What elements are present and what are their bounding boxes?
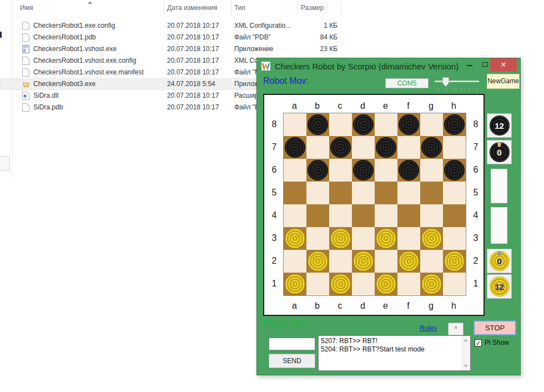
- slider-thumb[interactable]: [442, 77, 449, 87]
- square-b7[interactable]: [306, 136, 329, 159]
- square-h6[interactable]: [443, 159, 466, 182]
- square-a5[interactable]: [284, 182, 306, 204]
- column-divider[interactable]: [341, 1, 341, 14]
- square-b8[interactable]: [306, 113, 329, 136]
- square-c6[interactable]: [329, 159, 352, 182]
- checker-piece-black[interactable]: [353, 114, 374, 135]
- square-g8[interactable]: [420, 113, 443, 136]
- square-a2[interactable]: [284, 250, 306, 273]
- checker-piece-black[interactable]: [285, 137, 305, 158]
- checker-piece-yellow[interactable]: [421, 228, 442, 249]
- file-row[interactable]: CheckersRobot1.exe.config20.07.2018 10:1…: [0, 20, 339, 32]
- checker-piece-yellow[interactable]: [376, 274, 396, 294]
- square-a8[interactable]: [284, 113, 306, 136]
- checker-piece-black[interactable]: [376, 137, 396, 158]
- square-g3[interactable]: [420, 227, 443, 250]
- rules-link[interactable]: Rules: [420, 324, 437, 332]
- checker-piece-black[interactable]: [308, 160, 328, 180]
- square-c8[interactable]: [329, 113, 352, 136]
- speed-slider[interactable]: [435, 76, 479, 91]
- square-f6[interactable]: [397, 159, 420, 182]
- com-port-button[interactable]: COM5: [385, 78, 429, 88]
- pl-show-checkbox[interactable]: ✓: [475, 339, 482, 346]
- checker-piece-black[interactable]: [444, 114, 465, 135]
- file-row[interactable]: CheckersRobot1.pdb20.07.2018 10:17Файл "…: [0, 32, 339, 43]
- square-c4[interactable]: [329, 204, 352, 227]
- square-d6[interactable]: [352, 159, 375, 182]
- square-f5[interactable]: [397, 182, 420, 204]
- close-button[interactable]: ✕: [490, 58, 517, 71]
- checker-piece-black[interactable]: [399, 114, 419, 135]
- checker-piece-yellow[interactable]: [399, 251, 419, 272]
- square-a6[interactable]: [284, 159, 306, 182]
- square-h8[interactable]: [443, 113, 466, 136]
- square-b4[interactable]: [306, 204, 329, 227]
- square-g2[interactable]: [420, 250, 443, 273]
- checker-piece-black[interactable]: [330, 137, 351, 158]
- column-header-size[interactable]: Размер: [301, 4, 324, 12]
- square-d2[interactable]: [352, 250, 375, 273]
- square-h7[interactable]: [443, 136, 466, 159]
- square-d8[interactable]: [352, 113, 375, 136]
- square-f2[interactable]: [397, 250, 420, 273]
- square-f8[interactable]: [397, 113, 420, 136]
- black-kings-counter[interactable]: ♛ 0: [487, 140, 512, 164]
- square-h5[interactable]: [443, 182, 466, 204]
- square-c2[interactable]: [329, 250, 352, 273]
- square-e7[interactable]: [375, 136, 397, 159]
- square-e4[interactable]: [375, 204, 397, 227]
- new-game-button[interactable]: NewGame: [487, 74, 520, 89]
- checker-piece-yellow[interactable]: [330, 228, 351, 249]
- square-d1[interactable]: [352, 273, 375, 295]
- square-g5[interactable]: [420, 182, 443, 204]
- checker-piece-yellow[interactable]: [376, 228, 396, 249]
- send-button[interactable]: SEND: [269, 354, 315, 368]
- checker-piece-yellow[interactable]: [421, 274, 442, 294]
- square-a4[interactable]: [284, 204, 306, 227]
- square-b5[interactable]: [306, 182, 329, 204]
- checker-piece-yellow[interactable]: [285, 274, 305, 294]
- checker-piece-black[interactable]: [421, 137, 442, 158]
- caret-button[interactable]: ^: [448, 323, 464, 335]
- square-b6[interactable]: [306, 159, 329, 182]
- stop-button[interactable]: STOP: [474, 320, 516, 335]
- square-h3[interactable]: [443, 227, 466, 250]
- square-e5[interactable]: [375, 182, 397, 204]
- log-scrollbar[interactable]: [461, 336, 470, 370]
- square-f3[interactable]: [397, 227, 420, 250]
- square-b1[interactable]: [306, 273, 329, 295]
- square-a7[interactable]: [284, 136, 306, 159]
- checker-piece-yellow[interactable]: [330, 274, 351, 294]
- square-a1[interactable]: [284, 273, 306, 295]
- square-h2[interactable]: [443, 250, 466, 273]
- square-g4[interactable]: [420, 204, 443, 227]
- column-header-date[interactable]: Дата изменения: [167, 4, 217, 12]
- yellow-pieces-counter[interactable]: 12: [487, 274, 512, 299]
- square-d7[interactable]: [352, 136, 375, 159]
- minimize-button[interactable]: [461, 58, 478, 71]
- command-input[interactable]: [269, 338, 315, 350]
- square-b3[interactable]: [306, 227, 329, 250]
- column-divider[interactable]: [297, 1, 298, 14]
- column-header-name[interactable]: Имя: [20, 4, 33, 12]
- square-f1[interactable]: [397, 273, 420, 295]
- checker-piece-yellow[interactable]: [285, 228, 305, 249]
- square-g1[interactable]: [420, 273, 443, 295]
- square-f4[interactable]: [397, 204, 420, 227]
- square-d5[interactable]: [352, 182, 375, 204]
- yellow-kings-counter[interactable]: ♛ 0: [487, 249, 512, 273]
- square-b2[interactable]: [306, 250, 329, 273]
- square-h1[interactable]: [443, 273, 466, 295]
- column-header-type[interactable]: Тип: [234, 4, 245, 12]
- checker-piece-black[interactable]: [444, 160, 465, 180]
- square-h4[interactable]: [443, 204, 466, 227]
- square-c7[interactable]: [329, 136, 352, 159]
- square-d3[interactable]: [352, 227, 375, 250]
- square-g7[interactable]: [420, 136, 443, 159]
- scroll-down-icon[interactable]: [464, 365, 468, 368]
- column-divider[interactable]: [231, 1, 231, 14]
- square-a3[interactable]: [284, 227, 306, 250]
- square-e2[interactable]: [375, 250, 397, 273]
- checker-piece-yellow[interactable]: [444, 251, 465, 272]
- robot-log-box[interactable]: 5207: RBT>> RBT!5204: RBT>> RBT?Start te…: [318, 335, 471, 371]
